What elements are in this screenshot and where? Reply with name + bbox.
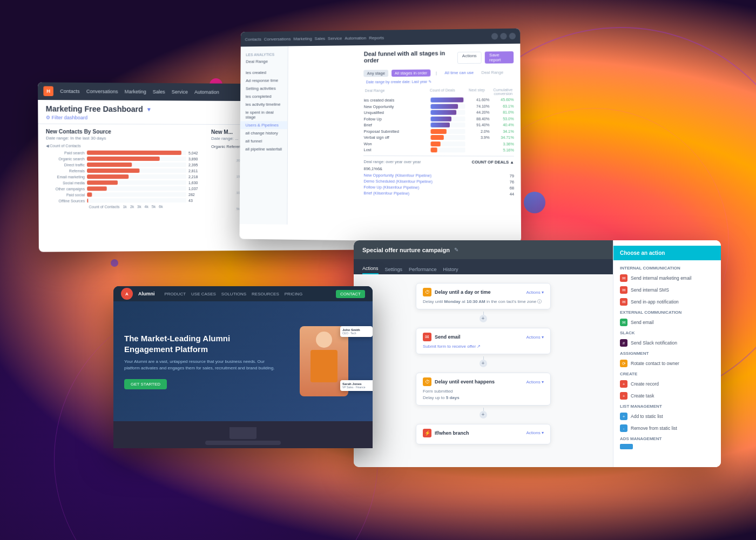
- workflow-canvas: ⏱ Delay until a day or time Actions ▾ De…: [354, 274, 613, 467]
- nav-contacts[interactable]: Contacts: [60, 89, 79, 94]
- workflow-node-branch-actions[interactable]: Actions ▾: [526, 430, 544, 435]
- workflow-edit-icon[interactable]: ✎: [454, 247, 458, 253]
- analytics-nav-service[interactable]: Service: [328, 36, 342, 40]
- analytics-nav-marketing[interactable]: Marketing: [293, 36, 312, 41]
- workflow-node-email1: ✉ Send email Actions ▾ Submit form to re…: [416, 328, 551, 354]
- stand-neck: [230, 427, 256, 439]
- save-report-btn[interactable]: Save report: [485, 51, 514, 64]
- desktop-hero: The Market-Leading Alumni Engagement Pla…: [113, 301, 373, 421]
- nav-automation[interactable]: Automation: [194, 89, 219, 94]
- sidebar-item-timeline[interactable]: les activity timeline: [240, 100, 288, 109]
- sidebar-item-waterfall[interactable]: all pipeline waterfall: [240, 145, 287, 153]
- ws-item-create-record[interactable]: + Create record: [613, 378, 721, 390]
- sidebar-item-stage[interactable]: le spent in deal stage: [240, 109, 288, 122]
- filter-all-time[interactable]: All time can use: [442, 69, 476, 77]
- ws-item-create-task[interactable]: + Create task: [613, 390, 721, 402]
- sidebar-item-les-completed[interactable]: les completed: [240, 92, 288, 100]
- sidebar-item-deal-range[interactable]: Deal Range: [241, 57, 288, 65]
- workflow-tab-history[interactable]: History: [443, 265, 458, 274]
- nav-service[interactable]: Service: [172, 89, 188, 94]
- workflow-node-delay1-actions[interactable]: Actions ▾: [526, 290, 544, 295]
- ws-item-remove-static[interactable]: - Remove from static list: [613, 422, 721, 434]
- ws-section-external: External communication: [613, 308, 721, 316]
- sidebar-item-pipelines[interactable]: Users & Pipelines: [240, 121, 288, 129]
- desktop-website-nav: A Alumni PRODUCT USE CASES SOLUTIONS RES…: [113, 286, 373, 301]
- sidebar-item-history[interactable]: all change history: [240, 129, 288, 137]
- nav-pricing[interactable]: PRICING: [285, 292, 302, 296]
- filter-any-stage[interactable]: Any stage: [364, 70, 388, 77]
- ws-item-rotate[interactable]: ⟳ Rotate contact to owner: [613, 357, 721, 369]
- funnel-col-conversion: Cumulative conversion: [485, 88, 512, 96]
- dashboard-title-arrow[interactable]: ▼: [146, 106, 152, 112]
- funnel-row-val1: 74.10%: [467, 104, 489, 108]
- ws-item-send-email[interactable]: ✉ Send email: [613, 316, 721, 328]
- ws-item-send-email-icon: ✉: [620, 319, 627, 326]
- sidebar-item-funnel[interactable]: all funnel: [240, 137, 288, 145]
- desktop-nav-cta[interactable]: CONTACT: [336, 290, 365, 298]
- bar-row-organic: Organic search 3,890: [46, 157, 205, 161]
- add-connector-3[interactable]: +: [480, 411, 487, 418]
- workflow-tab-settings[interactable]: Settings: [385, 265, 403, 274]
- ws-item-marketing-email[interactable]: ✉ Send internal marketing email: [613, 272, 721, 284]
- funnel-bar-fill: [431, 147, 437, 152]
- x-axis-label: Count of Contacts 1k 2k 3k 4k 5k 6k: [46, 205, 205, 209]
- funnel-row-3: Unqualified 44.20% 81.0%: [364, 110, 514, 115]
- ws-item-remove-static-icon: -: [620, 424, 627, 432]
- sidebar-item-setting[interactable]: Setting activities: [240, 84, 288, 92]
- bottom-row-3: Follow Up (Klisenfour Pipeline) 68: [363, 185, 514, 191]
- sidebar-item-les-created[interactable]: les created: [240, 69, 288, 77]
- date-note[interactable]: Date range by create date: Last year ✎: [366, 80, 432, 85]
- ws-item-sms[interactable]: ✉ Send internal SMS: [613, 284, 721, 296]
- analytics-sidebar: les Analytics Deal Range les created Ad …: [240, 46, 289, 224]
- desktop-logo: A: [121, 288, 133, 300]
- bar-track: [87, 168, 186, 173]
- workflow-tab-actions[interactable]: Actions: [362, 264, 379, 274]
- screen-analytics: Contacts Conversations Marketing Sales S…: [239, 29, 521, 243]
- nav-sales[interactable]: Sales: [153, 89, 165, 94]
- funnel-row-label: Proposal Submitted: [364, 129, 429, 133]
- funnel-row-val1: 41.60%: [467, 98, 489, 102]
- hero-person-body: [310, 350, 338, 382]
- funnel-col-label: Deal Range: [365, 89, 430, 97]
- funnel-row-label: Verbal sign off: [364, 135, 429, 140]
- analytics-actions: Actions Save report: [457, 51, 514, 64]
- add-connector-2[interactable]: +: [480, 360, 487, 367]
- workflow-node-delay1-header: ⏱ Delay until a day or time Actions ▾: [423, 288, 544, 296]
- ws-item-inapp[interactable]: ✉ Send in-app notification: [613, 296, 721, 308]
- bar-track: [87, 198, 186, 203]
- nav-conversations[interactable]: Conversations: [86, 89, 118, 94]
- workflow-node-email1-actions[interactable]: Actions ▾: [526, 335, 544, 340]
- workflow-tab-performance[interactable]: Performance: [409, 265, 437, 274]
- funnel-bar-track: [431, 110, 465, 115]
- desktop-hero-btn[interactable]: GET STARTED: [124, 379, 167, 389]
- filter-all-stages[interactable]: All stages in order: [392, 70, 430, 77]
- analytics-nav-automation[interactable]: Automation: [345, 36, 366, 40]
- funnel-bar-track: [431, 141, 465, 146]
- avatar-dot: [509, 33, 516, 39]
- add-connector-1[interactable]: +: [480, 315, 487, 322]
- nav-resources[interactable]: RESOURCES: [252, 292, 279, 296]
- ws-item-create-record-icon: +: [620, 380, 627, 388]
- workflow-node-delay2-actions[interactable]: Actions ▾: [526, 380, 544, 384]
- analytics-body: les Analytics Deal Range les created Ad …: [239, 44, 521, 242]
- analytics-nav-conversations[interactable]: Conversations: [264, 36, 291, 41]
- bar-label: Organic search: [46, 157, 85, 160]
- sidebar-item-ad-response[interactable]: Ad response time: [240, 76, 288, 84]
- funnel-row-val2: 63.1%: [491, 104, 514, 108]
- workflow-title: Special offer nurture campaign: [362, 247, 450, 253]
- nav-solutions[interactable]: SOLUTIONS: [221, 292, 246, 296]
- email1-link[interactable]: Submit form to receive offer ↗: [423, 344, 481, 349]
- ws-item-slack-icon: #: [620, 339, 627, 347]
- actions-btn[interactable]: Actions: [457, 52, 482, 64]
- desktop-hero-title: The Market-Leading Alumni Engagement Pla…: [124, 333, 278, 354]
- nav-marketing[interactable]: Marketing: [125, 89, 146, 94]
- analytics-nav-contacts[interactable]: Contacts: [245, 37, 262, 42]
- analytics-nav-reports[interactable]: Reports: [369, 35, 384, 40]
- analytics-nav-sales[interactable]: Sales: [315, 36, 326, 40]
- nav-product[interactable]: PRODUCT: [165, 292, 186, 296]
- funnel-row-val2: 53.0%: [491, 117, 514, 120]
- nav-use-cases[interactable]: USE CASES: [191, 292, 216, 296]
- ws-item-slack[interactable]: # Send Slack notification: [613, 337, 721, 349]
- ws-title: Choose an action: [613, 246, 721, 260]
- ws-item-add-static[interactable]: + Add to static list: [613, 410, 721, 422]
